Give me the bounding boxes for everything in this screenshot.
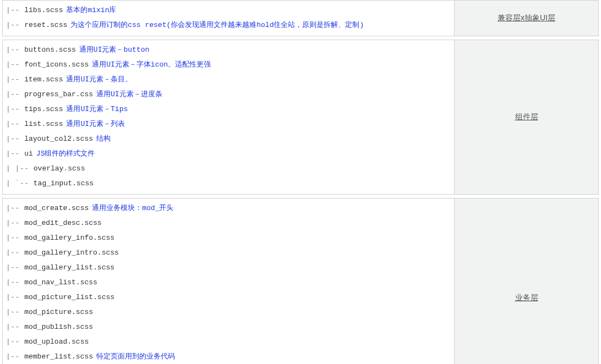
file-name: reset.scss bbox=[24, 21, 67, 29]
file-name: member_list.scss bbox=[24, 352, 93, 361]
tree-prefix: |-- bbox=[6, 21, 24, 29]
tree-line: |-- reset.scss为这个应用订制的css reset(你会发现通用文件… bbox=[6, 18, 451, 32]
file-name: ui bbox=[24, 150, 33, 158]
tree-prefix: |-- bbox=[6, 278, 24, 286]
tree-line: |-- libs.scss基本的mixin库 bbox=[6, 3, 451, 18]
tree-line: |-- mod_edit_desc.scss bbox=[6, 216, 451, 230]
tree-prefix: |-- bbox=[6, 323, 24, 331]
file-desc: 通用UI元素－Tips bbox=[66, 105, 128, 113]
tree-line: |-- mod_upload.scss bbox=[6, 334, 451, 349]
tree-prefix: |-- bbox=[6, 234, 24, 242]
tree-prefix: |-- bbox=[6, 90, 24, 98]
file-name: mod_picture.scss bbox=[24, 308, 93, 316]
tree-prefix: | |-- bbox=[6, 164, 34, 173]
file-name: mod_edit_desc.scss bbox=[24, 219, 101, 227]
tree-prefix: |-- bbox=[6, 60, 24, 69]
file-name: item.scss bbox=[24, 75, 63, 84]
file-name: layout_col2.scss bbox=[24, 135, 93, 143]
tree-prefix: |-- bbox=[6, 6, 24, 14]
section-label-cell: 兼容层x抽象UI层 bbox=[454, 1, 598, 36]
tree-line: |-- mod_gallery_list.scss bbox=[6, 260, 451, 275]
tree-component: |-- buttons.scss通用UI元素－button |-- font_i… bbox=[3, 40, 454, 194]
file-desc: 通用UI元素－进度条 bbox=[96, 90, 162, 98]
tree-line: |-- font_icons.scss通用UI元素－字体icon。适配性更强 bbox=[6, 57, 451, 72]
tree-compat: |-- libs.scss基本的mixin库 |-- reset.scss为这个… bbox=[3, 1, 454, 36]
file-name: mod_picture_list.scss bbox=[24, 293, 114, 301]
tree-line: | |-- overlay.scss bbox=[6, 161, 451, 176]
file-name: mod_publish.scss bbox=[24, 323, 93, 331]
tree-line: |-- uiJS组件的样式文件 bbox=[6, 146, 451, 161]
file-name: libs.scss bbox=[24, 6, 63, 14]
section-compat: |-- libs.scss基本的mixin库 |-- reset.scss为这个… bbox=[2, 0, 599, 36]
tree-prefix: |-- bbox=[6, 352, 24, 361]
tree-line: |-- mod_picture_list.scss bbox=[6, 290, 451, 305]
file-desc: 通用业务模块：mod_开头 bbox=[92, 204, 173, 212]
tree-prefix: |-- bbox=[6, 120, 24, 128]
tree-line: |-- buttons.scss通用UI元素－button bbox=[6, 42, 451, 57]
tree-prefix: |-- bbox=[6, 204, 24, 212]
tree-line: |-- item.scss通用UI元素－条目。 bbox=[6, 72, 451, 87]
tree-business: |-- mod_create.scss通用业务模块：mod_开头 |-- mod… bbox=[3, 198, 454, 364]
tree-prefix: |-- bbox=[6, 338, 24, 346]
tree-prefix: |-- bbox=[6, 249, 24, 257]
section-business: |-- mod_create.scss通用业务模块：mod_开头 |-- mod… bbox=[2, 198, 599, 364]
tree-line: |-- mod_create.scss通用业务模块：mod_开头 bbox=[6, 201, 451, 216]
section-label-cell: 业务层 bbox=[454, 198, 598, 364]
file-name: progress_bar.css bbox=[24, 90, 93, 98]
file-name: mod_create.scss bbox=[24, 204, 89, 212]
section-label-link[interactable]: 兼容层x抽象UI层 bbox=[498, 13, 555, 23]
tree-prefix: |-- bbox=[6, 263, 24, 272]
file-name: overlay.scss bbox=[34, 164, 85, 173]
section-label-link[interactable]: 组件层 bbox=[515, 112, 538, 122]
file-name: mod_upload.scss bbox=[24, 338, 89, 346]
file-desc: JS组件的样式文件 bbox=[36, 150, 95, 158]
file-name: tips.scss bbox=[24, 105, 63, 113]
tree-line: |-- mod_gallery_intro.scss bbox=[6, 245, 451, 260]
file-desc: 基本的mixin库 bbox=[66, 6, 116, 14]
tree-line: |-- mod_nav_list.scss bbox=[6, 275, 451, 290]
tree-prefix: |-- bbox=[6, 105, 24, 113]
section-component: |-- buttons.scss通用UI元素－button |-- font_i… bbox=[2, 40, 599, 195]
file-name: font_icons.scss bbox=[24, 60, 89, 69]
file-name: tag_input.scss bbox=[34, 179, 94, 187]
file-name: list.scss bbox=[24, 120, 63, 128]
section-label-link[interactable]: 业务层 bbox=[515, 293, 538, 303]
file-desc: 特定页面用到的业务代码 bbox=[96, 352, 175, 361]
file-desc: 通用UI元素－字体icon。适配性更强 bbox=[92, 60, 211, 69]
file-desc: 通用UI元素－button bbox=[79, 46, 149, 54]
file-name: mod_gallery_info.scss bbox=[24, 234, 114, 242]
file-name: mod_gallery_intro.scss bbox=[24, 249, 119, 257]
file-name: mod_nav_list.scss bbox=[24, 278, 97, 286]
tree-prefix: |-- bbox=[6, 46, 24, 54]
section-label-cell: 组件层 bbox=[454, 40, 598, 194]
tree-prefix: |-- bbox=[6, 219, 24, 227]
tree-line: |-- mod_gallery_info.scss bbox=[6, 230, 451, 245]
tree-line: |-- list.scss通用UI元素－列表 bbox=[6, 117, 451, 131]
tree-line: |-- progress_bar.css通用UI元素－进度条 bbox=[6, 87, 451, 102]
tree-prefix: |-- bbox=[6, 308, 24, 316]
tree-prefix: |-- bbox=[6, 150, 24, 158]
tree-prefix: |-- bbox=[6, 75, 24, 84]
tree-line: | `-- tag_input.scss bbox=[6, 176, 451, 191]
file-name: mod_gallery_list.scss bbox=[24, 263, 114, 272]
file-desc: 结构 bbox=[96, 135, 111, 143]
file-name: buttons.scss bbox=[24, 46, 76, 54]
file-desc: 为这个应用订制的css reset(你会发现通用文件越来越难hold住全站，原则… bbox=[70, 21, 364, 29]
tree-line: |-- layout_col2.scss结构 bbox=[6, 131, 451, 146]
tree-line: |-- tips.scss通用UI元素－Tips bbox=[6, 102, 451, 117]
file-desc: 通用UI元素－条目。 bbox=[66, 75, 132, 84]
tree-line: |-- mod_publish.scss bbox=[6, 319, 451, 334]
tree-line: |-- mod_picture.scss bbox=[6, 305, 451, 319]
tree-line: |-- member_list.scss特定页面用到的业务代码 bbox=[6, 349, 451, 364]
file-desc: 通用UI元素－列表 bbox=[66, 120, 125, 128]
tree-prefix: | `-- bbox=[6, 179, 34, 187]
tree-prefix: |-- bbox=[6, 293, 24, 301]
tree-prefix: |-- bbox=[6, 135, 24, 143]
